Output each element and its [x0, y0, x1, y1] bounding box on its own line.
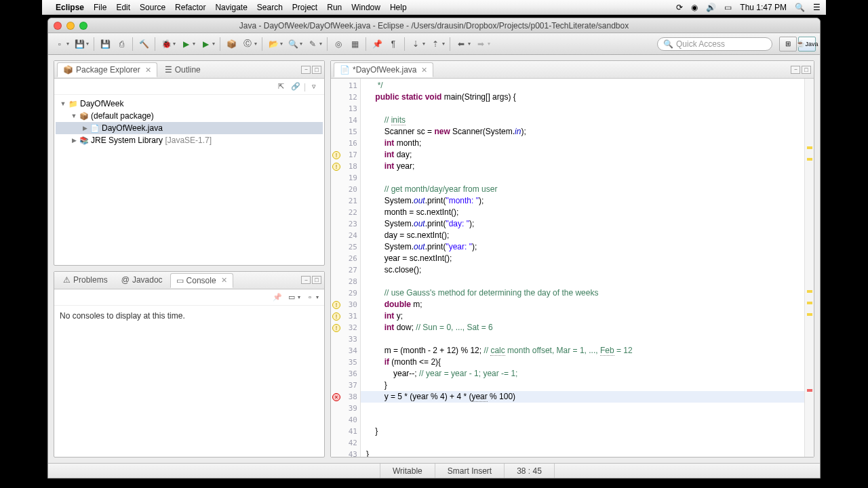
menu-file[interactable]: File [94, 3, 106, 12]
console-body: No consoles to display at this time. [54, 306, 324, 457]
link-editor-button[interactable]: 🔗 [290, 81, 302, 93]
close-icon[interactable]: ✕ [421, 66, 427, 75]
new-package-button[interactable]: 📦 [224, 37, 239, 52]
prev-annotation-button[interactable]: ⇡ [428, 37, 443, 52]
menu-refactor[interactable]: Refactor [175, 3, 205, 12]
package-icon: 📦 [63, 65, 73, 75]
editor-gutter[interactable]: 1112131415161718192021222324252627282930… [331, 79, 361, 457]
tree-jre[interactable]: ▶📚 JRE System Library [JavaSE-1.7] [56, 134, 323, 146]
window-titlebar[interactable]: Java - DayOfWeek/DayOfWeek.java - Eclips… [48, 18, 820, 33]
battery-icon[interactable]: ▭ [724, 3, 732, 12]
pin-button[interactable]: 📌 [370, 37, 384, 52]
minimize-window-button[interactable] [66, 22, 75, 30]
editor-body[interactable]: 1112131415161718192021222324252627282930… [331, 79, 814, 457]
tree-project[interactable]: ▼📁DayOfWeek [56, 98, 323, 110]
view-menu-button[interactable]: ▿ [308, 81, 320, 93]
tab-console[interactable]: ▭Console✕ [170, 273, 233, 288]
status-writable: Writable [380, 464, 435, 478]
display-console-button[interactable]: ▭ [285, 291, 298, 303]
outline-tab[interactable]: ☰ Outline [159, 62, 207, 77]
menu-search[interactable]: Search [257, 3, 283, 12]
maximize-view-button[interactable]: □ [802, 66, 811, 74]
outline-icon: ☰ [165, 65, 172, 75]
close-icon[interactable]: ✕ [221, 276, 227, 285]
menu-navigate[interactable]: Navigate [215, 3, 247, 12]
tree-package[interactable]: ▼📦(default package) [56, 110, 323, 122]
zoom-window-button[interactable] [79, 22, 87, 30]
editor-code[interactable]: */ public static void main(String[] args… [361, 79, 804, 457]
menu-project[interactable]: Project [292, 3, 317, 12]
task-button[interactable]: ✎ [305, 37, 320, 52]
system-tray: ⟳ ◉ 🔊 ▭ Thu 1:47 PM 🔍 ☰ [676, 3, 821, 12]
wifi-icon[interactable]: ◉ [691, 3, 698, 12]
close-icon[interactable]: ✕ [145, 66, 151, 75]
main-toolbar: ▫▾ 💾▾ 💾 ⎙ 🔨 🐞▾ ▶▾ ▶▾ 📦 Ⓒ▾ 📂▾ 🔍▾ ✎▾ ◎ ▦ 📌… [48, 33, 820, 55]
collapse-all-button[interactable]: ⇱ [275, 81, 288, 93]
new-console-button[interactable]: ▫ [304, 291, 316, 303]
toggle-mark-button[interactable]: ◎ [331, 37, 346, 52]
run-button[interactable]: ▶ [178, 37, 193, 52]
java-perspective-button[interactable]: ☕Java [798, 37, 816, 52]
open-perspective-button[interactable]: ⊞ [779, 37, 797, 52]
quick-access-input[interactable]: 🔍 Quick Access [657, 37, 772, 51]
show-whitespace-button[interactable]: ¶ [386, 37, 401, 52]
maximize-view-button[interactable]: □ [312, 66, 321, 74]
build-button[interactable]: 🔨 [136, 37, 151, 52]
menu-window[interactable]: Window [351, 3, 380, 12]
menu-edit[interactable]: Edit [116, 3, 130, 12]
close-window-button[interactable] [54, 22, 62, 30]
save-all-button[interactable]: 💾 [98, 37, 113, 52]
menu-run[interactable]: Run [327, 3, 342, 12]
overview-ruler[interactable] [804, 79, 814, 457]
spotlight-icon[interactable]: 🔍 [795, 3, 805, 12]
open-type-button[interactable]: 📂 [266, 37, 281, 52]
clock[interactable]: Thu 1:47 PM [740, 3, 787, 12]
volume-icon[interactable]: 🔊 [706, 3, 716, 12]
tab-javadoc[interactable]: @Javadoc [115, 272, 169, 287]
java-file-icon: 📄 [340, 65, 350, 75]
print-button[interactable]: ⎙ [114, 37, 129, 52]
maximize-view-button[interactable]: □ [312, 276, 321, 284]
minimize-view-button[interactable]: － [791, 66, 800, 74]
minimize-view-button[interactable]: － [301, 276, 311, 284]
menu-source[interactable]: Source [140, 3, 165, 12]
debug-button[interactable]: 🐞 [159, 37, 174, 52]
editor-tab[interactable]: 📄 *DayOfWeek.java ✕ [334, 62, 433, 77]
status-bar: Writable Smart Insert 38 : 45 [48, 463, 820, 478]
eclipse-window: Java - DayOfWeek/DayOfWeek.java - Eclips… [47, 18, 821, 479]
sync-icon[interactable]: ⟳ [676, 3, 683, 12]
new-class-button[interactable]: Ⓒ [240, 37, 255, 52]
new-button[interactable]: ▫ [52, 37, 67, 52]
back-button[interactable]: ⬅ [454, 37, 469, 52]
status-insert-mode: Smart Insert [435, 464, 505, 478]
status-cursor-pos: 38 : 45 [505, 464, 555, 478]
tab-problems[interactable]: ⚠Problems [57, 272, 114, 287]
save-button[interactable]: 💾 [72, 37, 87, 52]
package-explorer-view: 📦 Package Explorer ✕ ☰ Outline － □ [54, 60, 325, 266]
run-last-button[interactable]: ▶ [198, 37, 213, 52]
minimize-view-button[interactable]: － [301, 66, 311, 74]
next-annotation-button[interactable]: ⇣ [408, 37, 423, 52]
search-button[interactable]: 🔍 [285, 37, 300, 52]
project-tree[interactable]: ▼📁DayOfWeek ▼📦(default package) ▶📄DayOfW… [54, 95, 324, 265]
package-explorer-tab[interactable]: 📦 Package Explorer ✕ [57, 62, 157, 77]
forward-button[interactable]: ➡ [473, 37, 488, 52]
menu-help[interactable]: Help [390, 3, 407, 12]
tree-file[interactable]: ▶📄DayOfWeek.java [56, 122, 323, 134]
mac-menubar: Eclipse FileEditSourceRefactorNavigateSe… [42, 0, 826, 15]
toggle-block-button[interactable]: ▦ [347, 37, 362, 52]
app-name[interactable]: Eclipse [56, 3, 84, 12]
editor-view: 📄 *DayOfWeek.java ✕ － □ 1112131415161718… [330, 60, 814, 458]
menu-icon[interactable]: ☰ [813, 3, 821, 12]
search-icon: 🔍 [663, 39, 673, 49]
window-title: Java - DayOfWeek/DayOfWeek.java - Eclips… [54, 21, 814, 30]
console-view: ⚠Problems@Javadoc▭Console✕ － □ 📌 ▭▾ ▫▾ N… [54, 271, 325, 458]
pin-console-button[interactable]: 📌 [271, 291, 283, 303]
